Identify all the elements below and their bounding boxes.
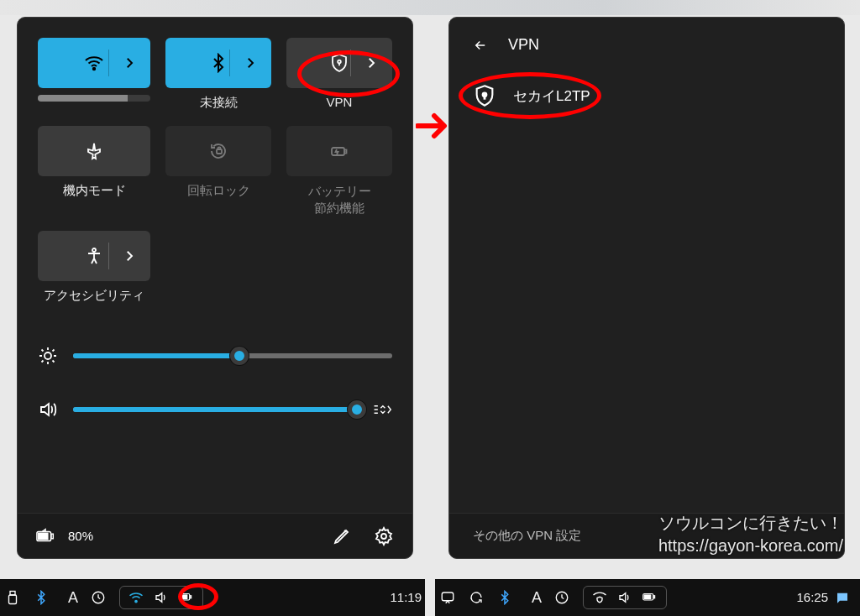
volume-icon <box>38 399 58 420</box>
tray-ime-icon[interactable]: A <box>526 589 548 607</box>
svg-point-5 <box>92 248 96 252</box>
vpn-shield-icon <box>329 53 349 73</box>
tray-wifi-shield-icon <box>592 590 607 605</box>
quick-settings-panel: 未接続 VPN <box>17 17 413 559</box>
quick-settings-footer: 80% <box>18 513 412 558</box>
svg-point-10 <box>381 534 386 539</box>
rotation-lock-label: 回転ロック <box>165 183 271 199</box>
svg-rect-22 <box>653 596 655 598</box>
vpn-panel: VPN セカイL2TP その他の VPN 設定 <box>448 17 845 559</box>
svg-rect-23 <box>644 595 651 599</box>
svg-point-1 <box>338 60 341 64</box>
audio-output-icon[interactable] <box>372 399 392 420</box>
taskbar-right: A 16:25 <box>435 579 860 616</box>
battery-saver-label: バッテリー 節約機能 <box>286 183 392 216</box>
accessibility-label: アクセシビリティ <box>38 288 150 304</box>
wifi-strength-bar <box>38 95 150 102</box>
tray-chat-icon[interactable] <box>440 590 462 605</box>
svg-rect-4 <box>345 150 347 154</box>
tray-right-time[interactable]: 16:25 <box>796 591 828 604</box>
tray-ime-icon[interactable]: A <box>62 589 84 607</box>
bluetooth-tile[interactable] <box>165 38 271 88</box>
tray-notifications-icon[interactable] <box>835 590 857 605</box>
vpn-header-title: VPN <box>508 36 539 54</box>
vpn-expand-icon[interactable] <box>364 38 379 88</box>
settings-button[interactable] <box>374 526 394 546</box>
tray-bluetooth-icon[interactable] <box>497 590 519 605</box>
bluetooth-icon <box>208 53 228 73</box>
brightness-icon <box>38 346 58 366</box>
tray-battery-icon <box>179 590 194 605</box>
accessibility-tile[interactable] <box>38 231 150 281</box>
svg-rect-17 <box>190 596 191 598</box>
vpn-shield-icon <box>473 84 496 107</box>
svg-rect-13 <box>9 595 17 604</box>
tray-left-time[interactable]: 11:19 <box>390 591 422 604</box>
background-strip <box>0 0 860 15</box>
rotation-lock-icon <box>208 141 228 161</box>
vpn-connection-item[interactable]: セカイL2TP <box>449 72 844 119</box>
airplane-tile[interactable] <box>38 126 150 176</box>
vpn-tile[interactable] <box>286 38 392 88</box>
battery-percent: 80% <box>68 529 93 543</box>
svg-point-11 <box>483 93 487 97</box>
tray-usb-icon[interactable] <box>5 590 27 605</box>
tray-battery-icon <box>642 590 658 605</box>
wifi-icon <box>84 53 104 73</box>
tray-network-cluster[interactable] <box>119 586 203 609</box>
tray-clock-icon[interactable] <box>554 590 576 605</box>
bluetooth-expand-icon[interactable] <box>243 38 258 88</box>
vpn-more-settings[interactable]: その他の VPN 設定 <box>449 513 844 558</box>
volume-slider[interactable] <box>38 399 392 420</box>
svg-point-15 <box>135 600 137 602</box>
tray-wifi-icon <box>128 590 144 605</box>
back-button[interactable] <box>473 38 488 53</box>
svg-rect-18 <box>181 595 187 599</box>
tray-clock-icon[interactable] <box>91 590 113 605</box>
rotation-lock-tile[interactable] <box>165 126 271 176</box>
tray-network-cluster[interactable] <box>583 586 667 609</box>
vpn-label: VPN <box>286 95 392 109</box>
bluetooth-label: 未接続 <box>165 95 271 111</box>
svg-point-6 <box>45 352 51 359</box>
accessibility-icon <box>84 246 104 266</box>
svg-point-0 <box>93 68 95 70</box>
callout-arrow-icon <box>416 109 449 143</box>
tray-volume-icon <box>154 590 169 605</box>
tray-volume-icon <box>617 590 632 605</box>
airplane-icon <box>84 141 104 161</box>
svg-rect-2 <box>217 149 222 154</box>
brightness-slider[interactable] <box>38 346 392 366</box>
svg-rect-19 <box>442 593 454 601</box>
tray-sync-icon[interactable] <box>469 590 490 605</box>
battery-saver-icon <box>329 141 349 161</box>
svg-rect-8 <box>51 534 53 539</box>
wifi-tile[interactable] <box>38 38 150 88</box>
battery-saver-tile[interactable] <box>286 126 392 176</box>
accessibility-expand-icon[interactable] <box>122 231 137 281</box>
airplane-label: 機内モード <box>38 183 150 199</box>
svg-rect-9 <box>39 533 48 539</box>
vpn-connection-name: セカイL2TP <box>513 86 590 106</box>
tray-bluetooth-icon[interactable] <box>34 590 55 605</box>
taskbar-left: A 11:19 <box>0 579 425 616</box>
wifi-expand-icon[interactable] <box>122 38 137 88</box>
edit-button[interactable] <box>332 526 352 546</box>
battery-icon[interactable] <box>36 526 56 546</box>
